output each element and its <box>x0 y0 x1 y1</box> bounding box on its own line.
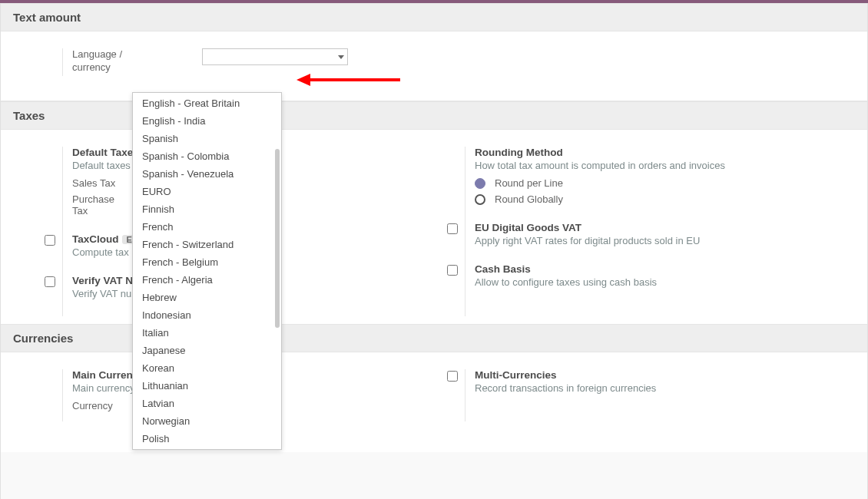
language-option[interactable]: French - Algeria <box>133 271 281 289</box>
rounding-opt1-label: Round per Line <box>495 177 563 189</box>
rounding-per-line-radio[interactable]: Round per Line <box>475 177 837 189</box>
language-option[interactable]: Polish <box>133 430 281 448</box>
multi-currencies-sub: Record transactions in foreign currencie… <box>475 382 837 394</box>
radio-selected-icon <box>475 178 485 189</box>
language-option[interactable]: Latvian <box>133 395 281 412</box>
language-option[interactable]: Spanish <box>133 130 281 147</box>
language-option[interactable]: Korean <box>133 359 281 377</box>
section-header-text-amount: Text amount <box>1 3 867 31</box>
annotation-arrow <box>297 71 404 89</box>
language-option[interactable]: French - Switzerland <box>133 236 281 253</box>
language-option[interactable]: Japanese <box>133 342 281 359</box>
language-option[interactable]: French - Belgium <box>133 253 281 271</box>
cash-basis-checkbox[interactable] <box>447 265 458 276</box>
rounding-title: Rounding Method <box>475 147 837 158</box>
currencies-body: Main Currency Main currency o Currency U… <box>1 352 867 452</box>
section-header-currencies: Currencies <box>1 324 867 352</box>
dropdown-scrollbar[interactable] <box>275 149 280 328</box>
eu-vat-title: EU Digital Goods VAT <box>475 222 837 233</box>
language-option[interactable]: Spanish - Venezuela <box>133 165 281 183</box>
language-option[interactable]: EURO <box>133 183 281 200</box>
multi-currencies-title: Multi-Currencies <box>475 369 837 381</box>
sales-tax-label: Sales Tax <box>72 177 126 189</box>
rounding-block: Rounding Method How total tax amount is … <box>475 147 837 205</box>
language-option[interactable]: Indonesian <box>133 306 281 324</box>
taxcloud-checkbox[interactable] <box>45 235 55 246</box>
language-option[interactable]: Finnish <box>133 200 281 218</box>
verify-vat-checkbox[interactable] <box>45 276 55 287</box>
taxes-right-col: Rounding Method How total tax amount is … <box>465 147 837 316</box>
language-dropdown[interactable]: English - Great BritainEnglish - IndiaSp… <box>132 92 282 450</box>
currencies-right-col: Multi-Currencies Record transactions in … <box>465 369 837 421</box>
eu-vat-checkbox[interactable] <box>447 223 458 234</box>
rounding-sub: How total tax amount is computed in orde… <box>475 160 837 171</box>
multi-currencies-checkbox[interactable] <box>447 371 458 382</box>
rounding-globally-radio[interactable]: Round Globally <box>475 193 837 205</box>
rounding-opt2-label: Round Globally <box>495 193 563 205</box>
language-option[interactable]: Hebrew <box>133 289 281 306</box>
currency-label: Currency <box>72 400 126 411</box>
section-header-taxes: Taxes <box>1 101 867 130</box>
cash-basis-sub: Allow to configure taxes using cash basi… <box>475 276 837 288</box>
language-option[interactable]: French <box>133 218 281 236</box>
radio-unselected-icon <box>475 194 485 205</box>
eu-vat-sub: Apply right VAT rates for digital produc… <box>475 235 837 246</box>
language-option[interactable]: Spanish - Colombia <box>133 147 281 165</box>
purchase-tax-label: Purchase Tax <box>72 193 126 216</box>
eu-vat-block: EU Digital Goods VAT Apply right VAT rat… <box>475 222 837 246</box>
cash-basis-title: Cash Basis <box>475 263 837 275</box>
multi-currencies-block: Multi-Currencies Record transactions in … <box>475 369 837 394</box>
settings-panel: Text amount Language / currency Taxes De… <box>0 3 868 499</box>
language-currency-select[interactable] <box>202 48 348 65</box>
language-option[interactable]: English - India <box>133 112 281 130</box>
language-currency-row: Language / currency <box>1 31 867 101</box>
taxes-body: Default Taxes Default taxes a Sales Tax … <box>1 130 867 324</box>
cash-basis-block: Cash Basis Allow to configure taxes usin… <box>475 263 837 288</box>
language-option[interactable]: Lithuanian <box>133 377 281 395</box>
language-option[interactable]: English - Great Britain <box>133 94 281 112</box>
language-option[interactable]: Italian <box>133 324 281 342</box>
svg-marker-1 <box>297 74 310 86</box>
language-currency-label: Language / currency <box>62 48 131 76</box>
language-option[interactable]: Norwegian <box>133 412 281 430</box>
